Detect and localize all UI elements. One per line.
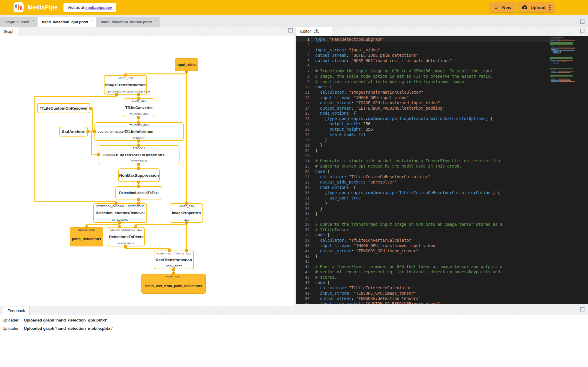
port-square [115,202,117,205]
graph-node-TfLiteInference[interactable]: TENSORS_GPUCUSTOM_OP_RESOLVERTfLiteInfer… [94,122,184,141]
code-lines[interactable]: 1type: "HandDetectionSubgraph"23input_st… [296,36,560,304]
visit-chip[interactable]: Visit us at mediapipe.dev [63,3,116,12]
upload-menu-kebab-icon[interactable] [549,5,551,10]
port-label: DETECTIONS [112,218,128,221]
port-square [168,249,171,252]
feedback-panel: Feedback UploaderUploaded graph 'hand_de… [0,306,588,367]
graph-node-DetectionsToRects[interactable]: DETECTIONSIMAGE_SIZEDetectionsToRectsNOR… [108,227,145,246]
cloud-upload-icon [522,5,528,10]
code-line: 45# vector of tensors representing, for … [296,269,560,275]
new-button[interactable]: New [490,2,516,12]
feedback-message: Uploaded graph 'hand_detection_mobile.pb… [24,326,112,331]
graph-node-DetectionLabelIdToText[interactable]: DetectionLabelIdToText [115,186,162,199]
code-line: 34} [296,211,560,217]
feedback-source: Uploader [2,318,21,322]
port-square [86,130,89,133]
port-label: CUSTOM_OP_RESOLVER [98,130,128,133]
tab-editor[interactable]: Editor [296,27,332,36]
port-square [137,185,140,188]
graph-node-DetectionLetterboxRemoval[interactable]: LETTERBOX_PADDINGDETECTIONSDetectionLett… [93,203,147,223]
upload-button[interactable]: Upload [517,2,555,12]
close-tab-icon[interactable]: × [91,18,93,23]
code-line: 41 output_stream: "TENSORS_GPU:image_ten… [296,249,560,254]
new-button-label: New [502,5,511,10]
editor-minimap[interactable] [550,37,576,82]
download-icon[interactable] [314,28,319,34]
code-line: 12 input_stream: "IMAGE_GPU:input_video" [296,95,560,100]
code-line: 21 } [296,143,560,148]
code-editor[interactable]: 1type: "HandDetectionSubgraph"23input_st… [296,36,588,304]
port-square [185,249,188,252]
code-line: 15 node_options: { [296,111,560,116]
line-number: 8 [296,74,310,79]
line-number: 30 [296,190,310,196]
graph-canvas[interactable]: input_videoIMAGE_GPUImageTransformationL… [0,36,294,306]
document-tab-bar: Graph_0.pbtxt×hand_detection_gpu.pbtxt×h… [0,15,588,27]
graph-edge [125,246,169,251]
line-number: 4 [296,53,310,58]
port-square [137,97,140,100]
code-line: 20 } [296,137,560,143]
line-number: 5 [296,58,310,64]
close-tab-icon[interactable]: × [155,18,157,23]
line-number: 18 [296,127,310,132]
code-line: 35 [296,217,560,222]
new-graph-icon [494,5,499,10]
code-line: 5output_stream: "NORM_RECT:hand_rect_fro… [296,58,560,64]
port-label: SIZE [184,218,189,221]
port-square [185,202,188,205]
graph-node-NonMaxSuppression[interactable]: NonMaxSuppression [118,168,160,182]
feedback-strip [0,306,588,315]
tab-feedback[interactable]: Feedback [3,306,30,315]
feedback-message: Uploaded graph 'hand_detection_gpu.pbtxt… [24,318,107,322]
line-number: 32 [296,201,310,206]
mediapipe-logo-icon [14,2,24,12]
doc-tab-hand_detection_mobile.pbtxt[interactable]: hand_detection_mobile.pbtxt× [96,17,160,27]
maximize-graph-panel-icon[interactable] [288,28,293,33]
graph-node-TfLiteTensorsToDetections[interactable]: TENSORSANCHORSTfLiteTensorsToDetectionsD… [99,145,179,164]
line-number: 26 [296,169,310,174]
doc-tab-Graph_0.pbtxt[interactable]: Graph_0.pbtxt× [0,17,37,27]
graph-node-TfLiteConverter[interactable]: IMAGE_GPUTfLiteConverterTENSORS_GPU [124,98,154,117]
port-label: ANCHORS [102,153,115,156]
line-number: 9 [296,79,310,85]
node-title: DetectionLetterboxRemoval [96,211,145,215]
maximize-feedback-panel-icon[interactable] [580,307,584,311]
line-number: 15 [296,111,310,116]
code-line: 38node { [296,233,560,238]
maximize-editor-panel-icon[interactable] [580,29,584,33]
tab-graph[interactable]: Graph [0,27,18,36]
mediapipe-dev-link[interactable]: mediapipe.dev [85,5,112,10]
code-line: 10node: { [296,85,560,90]
graph-node-ImageTransformation[interactable]: IMAGE_GPUImageTransformationLETTERBOX_PA… [104,75,147,95]
code-line: 49 input_stream: "TENSORS_GPU:image_tens… [296,291,560,296]
port-square [134,225,137,228]
graph-node-palm_detections[interactable]: DETECTIONSpalm_detections [70,227,103,246]
graph-node-hand_rect_from_palm_detections[interactable]: NORM_RECThand_rect_from_palm_detections [141,274,206,294]
port-label: IMAGE_GPU [179,205,194,208]
maximize-window-icon[interactable] [580,20,584,24]
doc-tab-label: hand_detection_mobile.pbtxt [101,20,152,24]
app-title: MediaPipe [28,4,58,11]
doc-tab-hand_detection_gpu.pbtxt[interactable]: hand_detection_gpu.pbtxt× [37,17,96,27]
code-line: 17 output_width: 256 [296,121,560,127]
graph-node-TfLiteCustomOpResolver[interactable]: TfLiteCustomOpResolver [37,103,90,113]
close-tab-icon[interactable]: × [32,18,35,23]
port-label: TENSORS_GPU [129,113,148,116]
line-number: 37 [296,227,310,233]
line-number: 23 [296,153,310,159]
code-line: 30 [type.googleapis.com/mediapipe.TfLite… [296,190,560,196]
graph-node-SsdAnchors[interactable]: SsdAnchors [59,127,88,137]
line-number: 2 [296,42,310,48]
code-line: 19 scale_mode: FIT [296,132,560,137]
code-line: 3input_stream: "input_video" [296,48,560,53]
graph-node-RectTransformation[interactable]: NORM_RECTIMAGE_SIZERectTransformationNOR… [154,251,194,269]
visit-chip-text: Visit us at [68,5,84,10]
node-title: input_video [177,63,196,67]
node-title: TfLiteTensorsToDetections [114,153,165,157]
graph-node-input_video[interactable]: input_video [175,58,198,71]
port-square [137,121,140,124]
line-number: 50 [296,296,310,301]
node-title: hand_rect_from_palm_detections [145,284,202,288]
graph-node-ImageProperties[interactable]: IMAGE_GPUImagePropertiesSIZE [170,203,203,223]
